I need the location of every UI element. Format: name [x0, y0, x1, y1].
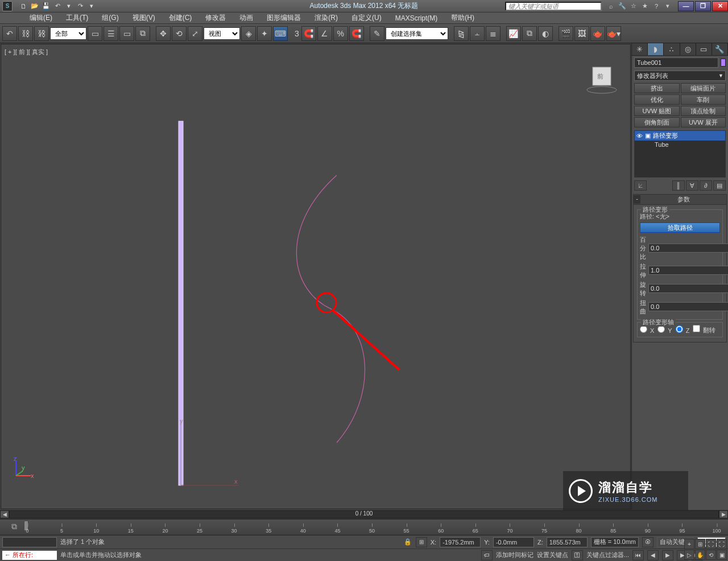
menu-edit[interactable]: 编辑(E)	[23, 13, 59, 23]
z-coord-input[interactable]: 1855.573m	[547, 537, 588, 547]
mod-btn-editpatch[interactable]: 编辑面片	[681, 83, 726, 93]
mod-btn-lathe[interactable]: 车削	[681, 94, 726, 105]
link-icon[interactable]: ⛓	[18, 26, 33, 41]
help-drop-icon[interactable]: ▾	[663, 2, 672, 11]
qat-redo-icon[interactable]: ↷	[75, 2, 85, 11]
unlink-icon[interactable]: ⛓̸	[34, 26, 49, 41]
menu-animation[interactable]: 动画	[233, 13, 260, 23]
mod-btn-unwrap[interactable]: UVW 展开	[681, 117, 726, 127]
expand-icon[interactable]: ▣	[645, 132, 651, 139]
help-icon[interactable]: ?	[652, 2, 661, 11]
zoom-icon[interactable]: +	[684, 539, 694, 549]
make-unique-icon[interactable]: ∀	[686, 180, 698, 191]
menu-modifiers[interactable]: 修改器	[198, 13, 233, 23]
axis-flip-check[interactable]: 翻转	[693, 325, 715, 335]
qat-new-icon[interactable]: 🗋	[18, 2, 28, 11]
qat-undo-drop-icon[interactable]: ▾	[64, 2, 74, 11]
render-drop-icon[interactable]: 🫖▾	[606, 26, 621, 41]
goto-start-icon[interactable]: ⏮	[632, 550, 644, 560]
rendered-frame-icon[interactable]: 🖼	[574, 26, 589, 41]
remove-modifier-icon[interactable]: ∂	[700, 180, 712, 191]
timeconfig-icon[interactable]: ⧉	[11, 522, 23, 533]
axis-x-radio[interactable]: X	[640, 325, 654, 334]
time-slider[interactable]: ⧉ 05101520253035404550556065707580859095…	[0, 519, 728, 535]
tab-create-icon[interactable]: ✳	[632, 43, 648, 55]
tab-display-icon[interactable]: ▭	[696, 43, 712, 55]
stretch-input[interactable]	[648, 266, 728, 275]
qat-save-icon[interactable]: 💾	[41, 2, 51, 11]
zoom-extents-all-icon[interactable]: ⛶	[717, 539, 727, 549]
menu-help[interactable]: 帮助(H)	[444, 13, 481, 23]
scroll-track[interactable]: 0 / 100	[9, 510, 719, 518]
mod-btn-uvwmap[interactable]: UVW 贴图	[634, 106, 680, 116]
angle-snap-icon[interactable]: ∠	[317, 26, 332, 41]
edit-named-sel-icon[interactable]: ✎	[370, 26, 384, 41]
show-end-result-icon[interactable]: ║	[672, 180, 685, 191]
snap-toggle-icon[interactable]: 🧲	[301, 26, 316, 41]
pick-path-button[interactable]: 拾取路径	[640, 222, 720, 233]
tab-utilities-icon[interactable]: 🔧	[712, 43, 728, 55]
percent-input[interactable]	[648, 244, 728, 253]
menu-tools[interactable]: 工具(T)	[59, 13, 95, 23]
render-setup-icon[interactable]: 🎬	[559, 26, 573, 41]
viewcube-icon[interactable]: 前	[585, 61, 619, 96]
menu-maxscript[interactable]: MAXScript(M)	[388, 14, 445, 22]
menu-customize[interactable]: 自定义(U)	[345, 13, 388, 23]
minimize-button[interactable]: —	[678, 1, 694, 11]
schematic-view-icon[interactable]: ⧉	[522, 26, 537, 41]
object-color-swatch[interactable]	[721, 59, 726, 67]
infocenter-search-input[interactable]	[505, 2, 602, 11]
isolate-icon[interactable]: ⦿	[642, 537, 653, 547]
pan-icon[interactable]: ✋	[695, 550, 705, 560]
named-selection-dropdown[interactable]: 创建选择集	[386, 27, 448, 40]
region-rect-icon[interactable]: ▭	[119, 26, 134, 41]
viewport-scrollbar[interactable]: ◀ 0 / 100 ▶	[0, 510, 728, 519]
play-icon[interactable]: ▶	[662, 550, 673, 560]
macro-recorder-input[interactable]: ← 所在行:	[2, 551, 57, 560]
selection-filter-dropdown[interactable]: 全部	[50, 27, 86, 40]
render-icon[interactable]: 🫖	[590, 26, 605, 41]
scroll-left-icon[interactable]: ◀	[0, 510, 9, 518]
y-coord-input[interactable]: -0.0mm	[493, 537, 534, 547]
object-name-input[interactable]	[634, 57, 718, 68]
modifier-list-dropdown[interactable]: 修改器列表	[634, 71, 726, 81]
pivot-center-icon[interactable]: ◈	[241, 26, 256, 41]
exchange-icon[interactable]: ☆	[629, 2, 638, 11]
window-crossing-icon[interactable]: ⧉	[135, 26, 150, 41]
set-key-button[interactable]: 设置关键点	[537, 551, 568, 559]
keyboard-shortcut-toggle-icon[interactable]: ⌨	[273, 26, 288, 41]
qat-open-icon[interactable]: 📂	[30, 2, 40, 11]
scale-icon[interactable]: ⤢	[188, 26, 202, 41]
qat-redo-drop-icon[interactable]: ▾	[86, 2, 97, 11]
qat-undo-icon[interactable]: ↶	[52, 2, 63, 11]
mod-btn-vertexpaint[interactable]: 顶点绘制	[681, 106, 726, 116]
maximize-button[interactable]: ❐	[695, 1, 711, 11]
menu-group[interactable]: 组(G)	[95, 13, 125, 23]
ref-coord-dropdown[interactable]: 视图	[204, 27, 240, 40]
configure-sets-icon[interactable]: ▤	[713, 180, 726, 191]
app-menu-icon[interactable]: S	[2, 1, 13, 11]
material-editor-icon[interactable]: ◐	[538, 26, 553, 41]
search-icon[interactable]: ⌕	[606, 2, 615, 11]
tab-motion-icon[interactable]: ◎	[680, 43, 696, 55]
curve-editor-icon[interactable]: 📈	[506, 26, 521, 41]
x-coord-input[interactable]: -1975.2mm	[440, 537, 481, 547]
maxscript-mini-listener[interactable]	[2, 537, 57, 547]
subscription-icon[interactable]: 🔧	[618, 2, 627, 11]
menu-create[interactable]: 创建(C)	[162, 13, 199, 23]
twist-input[interactable]	[648, 302, 728, 311]
menu-views[interactable]: 视图(V)	[126, 13, 162, 23]
axis-z-radio[interactable]: Z	[676, 325, 690, 334]
timetag-icon[interactable]: 🏷	[481, 550, 493, 560]
lock-selection-icon[interactable]: 🔒	[403, 538, 412, 546]
orbit-icon[interactable]: ⟲	[706, 550, 716, 560]
align-icon[interactable]: ⫠	[470, 26, 485, 41]
layers-icon[interactable]: ≣	[486, 26, 500, 41]
modifier-stack[interactable]: 👁 ▣ 路径变形 Tube	[634, 130, 726, 178]
mod-btn-extrude[interactable]: 挤出	[634, 83, 680, 93]
manipulate-icon[interactable]: ✦	[257, 26, 272, 41]
zoom-extents-icon[interactable]: ⛶	[706, 539, 716, 549]
move-icon[interactable]: ✥	[156, 26, 171, 41]
tab-hierarchy-icon[interactable]: ⛬	[664, 43, 680, 55]
undo-link-icon[interactable]: ↶	[2, 26, 17, 41]
